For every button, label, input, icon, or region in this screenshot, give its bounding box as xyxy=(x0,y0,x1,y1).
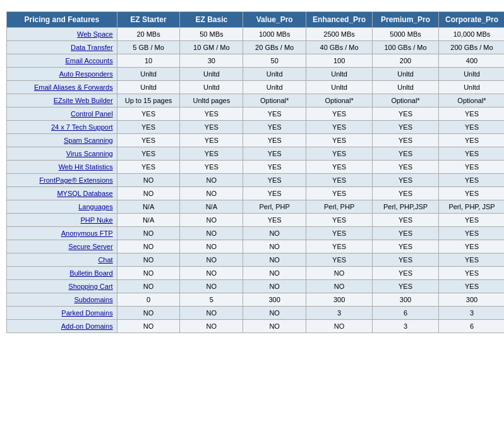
feature-link[interactable]: MYSQL Database xyxy=(57,190,112,197)
value-cell: YES xyxy=(117,107,180,121)
feature-cell: Parked Domains xyxy=(7,307,117,320)
feature-link[interactable]: Anonymous FTP xyxy=(61,229,113,237)
value-cell: YES xyxy=(180,121,243,134)
value-cell: YES xyxy=(439,227,505,240)
value-cell: 3 xyxy=(373,320,439,333)
value-cell: YES xyxy=(373,161,439,174)
value-cell: Unltd pages xyxy=(180,94,243,107)
value-cell: YES xyxy=(439,253,505,267)
value-cell: YES xyxy=(373,253,439,267)
value-cell: YES xyxy=(373,267,439,280)
feature-cell: Spam Scanning xyxy=(7,134,117,147)
table-row: Add-on DomainsNONONONO36 xyxy=(7,320,505,333)
value-cell: NO xyxy=(117,187,180,200)
feature-cell: FrontPage® Extensions xyxy=(7,174,117,187)
value-cell: YES xyxy=(373,147,439,161)
value-cell: YES xyxy=(439,121,505,134)
feature-link[interactable]: Add-on Domains xyxy=(61,322,113,330)
feature-cell: Auto Responders xyxy=(7,68,117,81)
feature-link[interactable]: Virus Scanning xyxy=(66,150,113,157)
table-row: LanguagesN/AN/APerl, PHPPerl, PHPPerl, P… xyxy=(7,200,505,214)
feature-link[interactable]: Shopping Cart xyxy=(68,283,112,290)
value-cell: YES xyxy=(243,121,306,134)
feature-link[interactable]: Data Transfer xyxy=(71,44,113,51)
value-cell: YES xyxy=(117,121,180,134)
table-row: Secure ServerNONONOYESYESYES xyxy=(7,240,505,253)
value-cell: 400 xyxy=(439,54,505,68)
feature-link[interactable]: Control Panel xyxy=(71,110,113,118)
value-cell: YES xyxy=(373,107,439,121)
feature-link[interactable]: Web Hit Statistics xyxy=(59,163,113,171)
value-cell: YES xyxy=(373,121,439,134)
value-cell: YES xyxy=(243,214,306,227)
table-row: Email Aliases & ForwardsUnltdUnltdUnltdU… xyxy=(7,81,505,94)
value-cell: NO xyxy=(117,280,180,293)
feature-cell: Email Accounts xyxy=(7,54,117,68)
feature-link[interactable]: Email Accounts xyxy=(65,57,112,64)
value-cell: YES xyxy=(243,187,306,200)
feature-link[interactable]: Chat xyxy=(98,256,112,264)
value-cell: YES xyxy=(373,134,439,147)
table-row: Subdomains05300300300300 xyxy=(7,293,505,307)
feature-link[interactable]: Email Aliases & Forwards xyxy=(34,83,113,91)
value-cell: NO xyxy=(180,253,243,267)
feature-link[interactable]: Subdomains xyxy=(74,296,112,303)
value-cell: Perl, PHP xyxy=(306,200,373,214)
feature-link[interactable]: Auto Responders xyxy=(59,70,113,78)
feature-cell: Shopping Cart xyxy=(7,280,117,293)
value-cell: 2500 MBs xyxy=(306,28,373,41)
header-features: Pricing and Features xyxy=(7,12,117,28)
feature-link[interactable]: EZsite Web Builder xyxy=(54,97,113,104)
value-cell: NO xyxy=(117,174,180,187)
feature-link[interactable]: Languages xyxy=(78,203,112,210)
feature-cell: Control Panel xyxy=(7,107,117,121)
value-cell: 3 xyxy=(439,307,505,320)
feature-link[interactable]: 24 x 7 Tech Support xyxy=(51,123,113,131)
value-cell: 5 GB / Mo xyxy=(117,41,180,54)
value-cell: YES xyxy=(439,174,505,187)
feature-link[interactable]: Web Space xyxy=(77,30,113,38)
value-cell: YES xyxy=(439,134,505,147)
value-cell: Unltd xyxy=(117,81,180,94)
table-row: Control PanelYESYESYESYESYESYES xyxy=(7,107,505,121)
feature-link[interactable]: Bulletin Board xyxy=(69,269,113,277)
feature-link[interactable]: PHP Nuke xyxy=(80,216,112,224)
value-cell: YES xyxy=(117,147,180,161)
value-cell: YES xyxy=(243,174,306,187)
value-cell: N/A xyxy=(180,200,243,214)
value-cell: NO xyxy=(117,267,180,280)
value-cell: YES xyxy=(117,134,180,147)
value-cell: NO xyxy=(180,227,243,240)
value-cell: Unltd xyxy=(180,68,243,81)
feature-link[interactable]: Secure Server xyxy=(68,243,112,250)
feature-cell: Anonymous FTP xyxy=(7,227,117,240)
feature-link[interactable]: Parked Domains xyxy=(61,309,112,317)
feature-cell: Subdomains xyxy=(7,293,117,307)
value-cell: YES xyxy=(373,214,439,227)
table-row: Bulletin BoardNONONONOYESYES xyxy=(7,267,505,280)
feature-link[interactable]: Spam Scanning xyxy=(64,137,113,144)
value-cell: YES xyxy=(306,174,373,187)
table-row: ChatNONONOYESYESYES xyxy=(7,253,505,267)
value-cell: 40 GBs / Mo xyxy=(306,41,373,54)
value-cell: Perl, PHP xyxy=(243,200,306,214)
value-cell: NO xyxy=(306,280,373,293)
table-row: Spam ScanningYESYESYESYESYESYES xyxy=(7,134,505,147)
value-cell: YES xyxy=(243,161,306,174)
value-cell: 200 xyxy=(373,54,439,68)
header-value-pro: Value_Pro xyxy=(243,12,306,28)
value-cell: NO xyxy=(180,240,243,253)
table-row: PHP NukeN/ANOYESYESYESYES xyxy=(7,214,505,227)
feature-cell: EZsite Web Builder xyxy=(7,94,117,107)
value-cell: Optional* xyxy=(243,94,306,107)
value-cell: YES xyxy=(180,107,243,121)
value-cell: NO xyxy=(180,307,243,320)
value-cell: 6 xyxy=(439,320,505,333)
value-cell: 5000 MBs xyxy=(373,28,439,41)
table-row: Web Hit StatisticsYESYESYESYESYESYES xyxy=(7,161,505,174)
value-cell: Unltd xyxy=(373,68,439,81)
feature-cell: Chat xyxy=(7,253,117,267)
feature-link[interactable]: FrontPage® Extensions xyxy=(39,176,112,184)
value-cell: 100 GBs / Mo xyxy=(373,41,439,54)
value-cell: YES xyxy=(306,214,373,227)
